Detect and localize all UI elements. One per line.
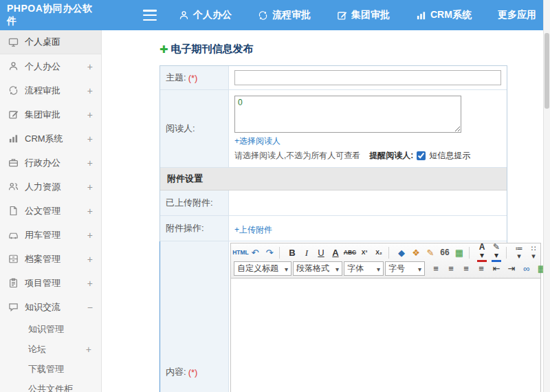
outdent-button[interactable]: ⇤ [490,262,503,276]
html-source-button[interactable]: HTML [234,246,248,259]
nav-personal-office[interactable]: 个人办公 [179,9,232,21]
sidebar-item-group-approval[interactable]: 集团审批 + [0,102,101,127]
top-nav: 个人办公 流程审批 集团审批 CRM系统 更多应用 [179,9,550,21]
align-center-button[interactable]: ≡ [444,262,458,276]
nav-more-apps[interactable]: 更多应用 [498,9,536,21]
sidebar-item-label: 用车管理 [25,229,60,241]
page-title-text: 电子期刊信息发布 [171,43,254,56]
expand-toggle-icon[interactable]: + [87,278,93,289]
readers-textarea[interactable]: 0 [234,96,461,133]
link-button[interactable]: ∞ [520,262,534,276]
format-brush-button[interactable]: ❖ [409,246,423,259]
sidebar-item-label: 个人桌面 [25,36,60,48]
expand-toggle-icon[interactable]: + [87,230,93,241]
sidebar-item-desktop[interactable]: 个人桌面 [0,30,101,54]
sidebar-item-project-mgmt[interactable]: 项目管理 + [0,271,101,295]
unordered-list-button[interactable]: ∷ ▾ [527,246,540,259]
expand-toggle-icon[interactable]: + [87,182,93,193]
indent-button[interactable]: ⇥ [505,262,518,276]
uploaded-attachments-label: 已上传附件: [166,197,213,209]
superscript-button[interactable]: X² [358,246,371,259]
align-right-button[interactable]: ≡ [459,262,473,276]
highlight-color-button[interactable]: ✎ ▾ [490,246,503,259]
subscript-button[interactable]: X₂ [372,246,386,259]
toolbar-separator [279,247,283,259]
sidebar-item-crm-system[interactable]: CRM系统 + [0,127,101,151]
users-icon [8,182,19,192]
expand-toggle-icon[interactable]: + [87,133,93,144]
expand-toggle-icon[interactable]: − [87,302,93,313]
sidebar-sub-forum[interactable]: 论坛 + [0,339,101,359]
readers-hint-text: 请选择阅读人,不选为所有人可查看 [234,150,360,162]
sidebar-item-hr[interactable]: 人力资源 + [0,175,101,199]
sidebar-item-workflow-approval[interactable]: 流程审批 + [0,78,101,102]
underline-button[interactable]: U [314,246,328,259]
paragraph-format-select[interactable]: 段落格式 [293,261,342,276]
sidebar-item-archive-mgmt[interactable]: 档案管理 + [0,247,101,271]
remove-format-button[interactable]: ◆ [395,246,408,259]
font-size-select[interactable]: 字号 [385,261,425,276]
redo-button[interactable]: ↷ [263,246,276,259]
nav-workflow-approval[interactable]: 流程审批 [258,9,311,21]
font-color-button[interactable]: A ▾ [475,246,489,259]
scrollbar-thumb[interactable] [544,33,549,109]
align-justify-button[interactable]: ≡ [474,262,488,276]
uploaded-attachments-value [229,190,507,215]
bold-button[interactable]: B [285,246,299,259]
heading-style-select[interactable]: 自定义标题 [234,261,292,276]
sidebar-item-admin-office[interactable]: 行政办公 + [0,151,101,175]
clipboard-icon [8,278,19,288]
sidebar-item-knowledge-exchange[interactable]: 知识交流 − [0,295,101,319]
expand-toggle-icon[interactable]: + [87,206,93,217]
subject-input[interactable] [234,70,501,85]
sidebar-sub-knowledge-mgmt[interactable]: 知识管理 [0,319,101,339]
sidebar-item-label: 个人办公 [25,61,60,73]
content-row: 内容: (*) HTML↶↷BIUAABCX²X₂◆❖✎66▦A ▾✎ ▾≔ ▾… [160,241,507,392]
choose-readers-link[interactable]: +选择阅读人 [234,135,280,147]
briefcase-icon [8,157,19,168]
sidebar-subitem-label: 论坛 [28,343,46,356]
undo-button[interactable]: ↶ [248,246,262,259]
sidebar-item-personal-office[interactable]: 个人办公 + [0,54,101,78]
sms-remind-checkbox[interactable] [417,151,426,160]
expand-toggle-icon[interactable]: + [87,109,93,120]
sidebar-subitem-label: 知识管理 [28,323,64,336]
paint-button[interactable]: ✎ [424,246,437,259]
align-left-button[interactable]: ≡ [429,262,443,276]
sidebar-item-document-mgmt[interactable]: 公文管理 + [0,199,101,223]
remind-readers-label: 提醒阅读人: [369,150,413,162]
blockquote-button[interactable]: 66 [438,246,452,259]
expand-toggle-icon[interactable]: + [86,344,91,355]
strikethrough-button[interactable]: ABC [343,246,357,259]
sidebar-item-label: 档案管理 [25,253,60,265]
font-style-button[interactable]: A [329,246,342,259]
sidebar-item-label: 集团审批 [25,109,60,121]
expand-toggle-icon[interactable]: + [87,85,93,96]
expand-toggle-icon[interactable]: + [87,254,93,265]
expand-toggle-icon[interactable]: + [87,157,93,168]
caret-down-icon [285,264,288,274]
required-mark: (*) [188,73,198,83]
upload-attachment-link[interactable]: +上传附件 [234,224,272,236]
expand-toggle-icon[interactable]: + [87,61,93,72]
editor-content[interactable] [230,279,541,392]
sidebar-item-label: 知识交流 [25,301,60,314]
chart-icon [416,10,426,21]
font-family-select[interactable]: 字体 [344,261,384,276]
caret-down-icon [418,264,421,274]
table-button[interactable]: ▦ [452,246,466,259]
ordered-list-button[interactable]: ≔ ▾ [512,246,526,259]
required-mark: (*) [188,367,198,378]
nav-group-approval[interactable]: 集团审批 [337,9,390,21]
sidebar-item-vehicle-mgmt[interactable]: 用车管理 + [0,223,101,247]
menu-toggle-icon[interactable] [143,10,157,21]
italic-button[interactable]: I [300,246,314,259]
vertical-scrollbar[interactable] [543,0,550,392]
sidebar-sub-download-mgmt[interactable]: 下载管理 [0,359,101,379]
sms-remind-label: 短信息提示 [429,150,470,162]
nav-crm-system[interactable]: CRM系统 [416,9,472,21]
subject-row: 主题: (*) [160,66,507,90]
sidebar-sub-public-cabinet[interactable]: 公共文件柜 [0,379,101,392]
caret-down-icon [377,264,380,274]
page-title: 电子期刊信息发布 [160,43,550,56]
